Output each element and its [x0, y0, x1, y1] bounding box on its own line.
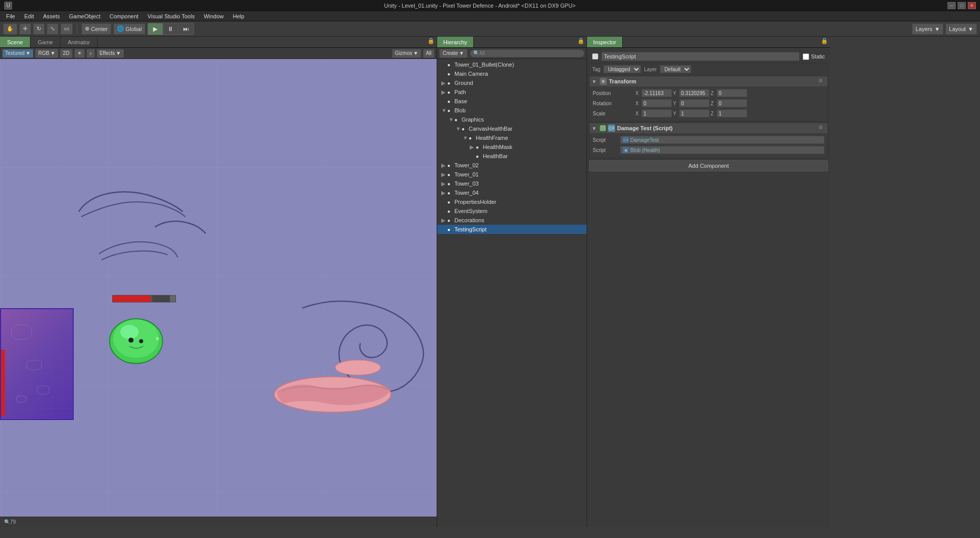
inspector-content[interactable]: Static Tag Untagged Layer Default ▼ ⊕ Tr… — [587, 48, 830, 527]
static-checkbox[interactable] — [803, 53, 809, 60]
tab-inspector[interactable]: Inspector — [587, 37, 623, 47]
damagetest-settings-icon[interactable]: ⚙ — [818, 125, 825, 132]
transform-expand-icon: ▼ — [592, 79, 598, 84]
sound-button[interactable]: ♪ — [86, 49, 95, 58]
scene-svg — [0, 59, 437, 517]
layer-dropdown[interactable]: Default — [660, 65, 691, 73]
step-button[interactable]: ⏭ — [178, 23, 194, 35]
tool-move[interactable]: ✛ — [19, 23, 31, 35]
menu-visualstudiotools[interactable]: Visual Studio Tools — [143, 12, 199, 20]
hierarchy-item-healthmask[interactable]: ▶●HealthMask — [437, 142, 587, 152]
hierarchy-item-maincamera[interactable]: ●Main Camera — [437, 69, 587, 78]
expand-arrow-blob[interactable]: ▼ — [441, 107, 447, 113]
menu-file[interactable]: File — [2, 12, 19, 20]
effects-button[interactable]: Effects▼ — [97, 49, 124, 58]
hierarchy-item-decorations[interactable]: ▶●Decorations — [437, 216, 587, 225]
scene-lock-icon[interactable]: 🔒 — [425, 37, 437, 47]
render-mode-dropdown[interactable]: Textured▼ — [2, 49, 34, 58]
create-button[interactable]: Create ▼ — [439, 49, 468, 58]
layout-arrow-icon: ▼ — [968, 26, 973, 32]
hierarchy-item-tower01bullet[interactable]: ●Tower_01_Bullet(Clone) — [437, 60, 587, 69]
hierarchy-item-propertiesholder[interactable]: ●PropertiesHolder — [437, 197, 587, 206]
scale-y-input[interactable] — [679, 109, 710, 117]
hierarchy-item-tower04[interactable]: ▶●Tower_04 — [437, 188, 587, 197]
close-button[interactable]: ✕ — [968, 2, 976, 9]
hierarchy-item-ground[interactable]: ▶●Ground — [437, 78, 587, 87]
center-label: Center — [91, 26, 108, 32]
tab-hierarchy[interactable]: Hierarchy — [437, 37, 474, 47]
tool-rotate[interactable]: ↻ — [33, 23, 45, 35]
pause-button[interactable]: ⏸ — [163, 23, 178, 35]
all-button[interactable]: All — [423, 49, 435, 58]
damagetest-enable-checkbox[interactable] — [600, 125, 606, 131]
rotation-x-input[interactable] — [641, 99, 672, 107]
rotation-y-input[interactable] — [679, 99, 710, 107]
hierarchy-item-healthbar[interactable]: ●HealthBar — [437, 152, 587, 161]
menu-window[interactable]: Window — [200, 12, 228, 20]
view-2d-button[interactable]: 2D — [60, 49, 73, 58]
damagetest-header[interactable]: ▼ C# Damage Test (Script) ⚙ — [590, 123, 828, 133]
maximize-button[interactable]: □ — [958, 2, 966, 9]
object-enable-checkbox[interactable] — [592, 53, 598, 59]
expand-arrow-tower01[interactable]: ▶ — [441, 171, 447, 178]
expand-arrow-tower04[interactable]: ▶ — [441, 190, 447, 196]
menu-assets[interactable]: Assets — [39, 12, 64, 20]
tool-hand[interactable]: ✋ — [3, 23, 17, 35]
tag-dropdown[interactable]: Untagged — [603, 65, 641, 73]
tab-game[interactable]: Game — [30, 37, 60, 47]
tool-scale[interactable]: ⤡ — [47, 23, 58, 35]
hierarchy-item-path[interactable]: ▶●Path — [437, 87, 587, 97]
menu-component[interactable]: Component — [105, 12, 142, 20]
expand-arrow-path[interactable]: ▶ — [441, 89, 447, 96]
menu-edit[interactable]: Edit — [20, 12, 38, 20]
hierarchy-item-eventsystem[interactable]: ●EventSystem — [437, 206, 587, 216]
hierarchy-item-tower01[interactable]: ▶●Tower_01 — [437, 170, 587, 179]
hierarchy-item-tower03[interactable]: ▶●Tower_03 — [437, 179, 587, 188]
add-component-button[interactable]: Add Component — [589, 160, 828, 171]
script-value-1[interactable]: C# DamageTest — [620, 136, 824, 144]
lights-button[interactable]: ☀ — [74, 49, 85, 58]
play-button[interactable]: ▶ — [148, 23, 163, 35]
gizmos-button[interactable]: Gizmos▼ — [392, 49, 421, 58]
inspector-lock-icon[interactable]: 🔒 — [819, 37, 830, 47]
hierarchy-item-healthframe[interactable]: ▼●HealthFrame — [437, 133, 587, 142]
menu-gameobject[interactable]: GameObject — [65, 12, 105, 20]
expand-arrow-decorations[interactable]: ▶ — [441, 217, 447, 224]
transform-settings-icon[interactable]: ⚙ — [818, 78, 825, 85]
transform-component-header[interactable]: ▼ ⊕ Transform ⚙ — [590, 76, 828, 86]
hierarchy-item-graphics[interactable]: ▼●Graphics — [437, 115, 587, 124]
hierarchy-item-testingscript[interactable]: ●TestingScript — [437, 225, 587, 234]
hierarchy-item-blob[interactable]: ▼●Blob — [437, 106, 587, 115]
object-name-field[interactable] — [601, 52, 800, 61]
menu-help[interactable]: Help — [229, 12, 249, 20]
scale-z-input[interactable] — [717, 109, 747, 117]
scene-viewport[interactable] — [0, 59, 437, 517]
expand-arrow-healthframe[interactable]: ▼ — [463, 135, 469, 141]
minimize-button[interactable]: ─ — [947, 2, 956, 9]
expand-arrow-healthmask[interactable]: ▶ — [470, 144, 476, 151]
tab-scene[interactable]: Scene — [0, 37, 30, 47]
expand-arrow-tower02[interactable]: ▶ — [441, 162, 447, 169]
hierarchy-lock-icon[interactable]: 🔒 — [575, 37, 587, 47]
rotation-z-input[interactable] — [717, 99, 747, 107]
expand-arrow-ground[interactable]: ▶ — [441, 80, 447, 86]
hierarchy-item-base[interactable]: ●Base — [437, 97, 587, 106]
layers-dropdown[interactable]: Layers ▼ — [912, 23, 943, 35]
hierarchy-item-canvashealthbar[interactable]: ▼●CanvasHealthBar — [437, 124, 587, 133]
script-value-2[interactable]: ◉ Blob (Health) — [620, 146, 824, 154]
expand-arrow-tower03[interactable]: ▶ — [441, 181, 447, 187]
position-z-input[interactable] — [717, 89, 747, 97]
scale-x-input[interactable] — [641, 109, 672, 117]
expand-arrow-graphics[interactable]: ▼ — [448, 116, 454, 123]
global-button[interactable]: 🌐 Global — [113, 23, 145, 35]
tool-rect[interactable]: ▭ — [60, 23, 73, 35]
hierarchy-search[interactable]: 🔍 All — [470, 49, 585, 57]
position-y-input[interactable] — [679, 89, 710, 97]
position-x-input[interactable] — [641, 89, 672, 97]
center-button[interactable]: ⊕ Center — [81, 23, 111, 35]
layout-dropdown[interactable]: Layout ▼ — [945, 23, 977, 35]
hierarchy-item-tower02[interactable]: ▶●Tower_02 — [437, 161, 587, 170]
color-mode-dropdown[interactable]: RGB▼ — [35, 49, 58, 58]
tab-animator[interactable]: Animator — [60, 37, 98, 47]
expand-arrow-canvashealthbar[interactable]: ▼ — [455, 126, 462, 132]
